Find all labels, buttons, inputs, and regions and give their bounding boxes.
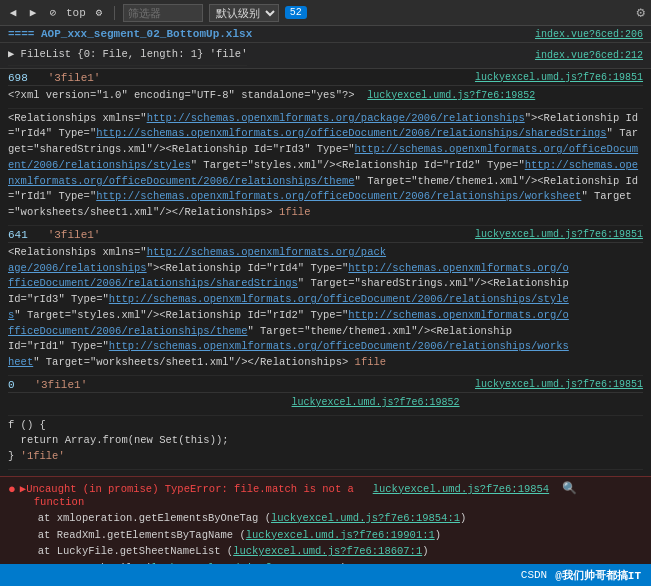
stack-link-2[interactable]: luckyexcel.umd.js?f7e6:19901:1 <box>246 529 435 541</box>
error-section: ● ▶Uncaught (in promise) TypeError: file… <box>0 476 651 564</box>
csdn-label: CSDN <box>521 569 547 581</box>
log-content-2: <Relationships xmlns="http://schemas.ope… <box>8 243 643 376</box>
file-subtext-bar: ▶ FileList {0: File, length: 1} 'file' i… <box>0 43 651 69</box>
rel2-link-1[interactable]: http://schemas.openxmlformats.org/pack <box>147 246 386 258</box>
top-label: top <box>66 7 86 19</box>
console-output: ==== AOP_xxx_segment_02_BottomUp.xlsx in… <box>0 26 651 564</box>
error-title-text: ▶Uncaught (in promise) TypeError: file.m… <box>20 481 643 496</box>
log-content-3b: f () { return Array.from(new Set(this));… <box>8 416 643 470</box>
stack-link-1[interactable]: luckyexcel.umd.js?f7e6:19854:1 <box>271 512 460 524</box>
toolbar: ◀ ▶ ⊘ top ⚙ 默认级别 52 ⚙ <box>0 0 651 26</box>
error-file-link[interactable]: luckyexcel.umd.js?f7e6:19854 <box>373 483 549 495</box>
error-stack: at xmloperation.getElementsByOneTag (luc… <box>20 508 643 564</box>
log-content-1b: <Relationships xmlns="http://schemas.ope… <box>8 109 643 226</box>
file-name: ==== AOP_xxx_segment_02_BottomUp.xlsx <box>8 28 252 40</box>
log-header-3: 0 '3file1' luckyexcel.umd.js?f7e6:19851 <box>8 376 643 393</box>
rel2-type-8[interactable]: heet <box>8 356 33 368</box>
log-file-1[interactable]: luckyexcel.umd.js?f7e6:19851 <box>475 72 643 84</box>
log-label-3: '3file1' <box>34 379 87 391</box>
log-file-1b[interactable]: luckyexcel.umd.js?f7e6:19852 <box>367 90 535 101</box>
rel-type-link-4[interactable]: http://schemas.openxmlformats.org/office… <box>96 190 581 202</box>
count-badge: 52 <box>285 6 307 19</box>
file-bar: ==== AOP_xxx_segment_02_BottomUp.xlsx in… <box>0 26 651 43</box>
rel-type-link-1[interactable]: http://schemas.openxmlformats.org/office… <box>96 127 606 139</box>
error-header: ● ▶Uncaught (in promise) TypeError: file… <box>8 481 643 564</box>
rel2-type-3[interactable]: http://schemas.openxmlformats.org/office… <box>109 293 569 305</box>
log-file-3b[interactable]: luckyexcel.umd.js?f7e6:19852 <box>292 397 460 408</box>
separator-1 <box>114 6 115 20</box>
rel2-type-5[interactable]: http://schemas.openxmlformats.org/o <box>348 309 569 321</box>
log-label-1: '3file1' <box>48 72 101 84</box>
status-bar: CSDN @我们帅哥都搞IT <box>0 564 651 586</box>
search-icon[interactable]: 🔍 <box>562 482 577 496</box>
rel2-type-4[interactable]: s <box>8 309 14 321</box>
rel2-type-7[interactable]: http://schemas.openxmlformats.org/office… <box>109 340 569 352</box>
rel-link-1[interactable]: http://schemas.openxmlformats.org/packag… <box>147 112 525 124</box>
log-file-3[interactable]: luckyexcel.umd.js?f7e6:19851 <box>475 379 643 391</box>
log-linenum-2: 641 '3file1' <box>8 229 100 241</box>
brand-label: @我们帅哥都搞IT <box>555 568 641 583</box>
block-icon[interactable]: ⊘ <box>46 6 60 20</box>
log-content-3: luckyexcel.umd.js?f7e6:19852 <box>8 393 643 416</box>
error-func-label: function <box>20 496 643 508</box>
stack-line-1: at xmloperation.getElementsByOneTag (luc… <box>38 510 643 527</box>
rel2-type-1[interactable]: http://schemas.openxmlformats.org/o <box>348 262 569 274</box>
count-3: '1file' <box>21 450 65 462</box>
count-2: 1file <box>355 356 387 368</box>
stack-line-2: at ReadXml.getElementsByTagName (luckyex… <box>38 527 643 544</box>
log-file-2[interactable]: luckyexcel.umd.js?f7e6:19851 <box>475 229 643 241</box>
log-header-2: 641 '3file1' luckyexcel.umd.js?f7e6:1985… <box>8 226 643 243</box>
back-icon[interactable]: ◀ <box>6 6 20 20</box>
log-section: 698 '3file1' luckyexcel.umd.js?f7e6:1985… <box>0 69 651 476</box>
rel2-link-2[interactable]: age/2006/relationships <box>8 262 147 274</box>
filter-input[interactable] <box>123 4 203 22</box>
log-label-2: '3file1' <box>48 229 101 241</box>
log-linenum-1: 698 '3file1' <box>8 72 100 84</box>
error-icon: ● <box>8 482 16 497</box>
gear-icon[interactable]: ⚙ <box>637 4 645 21</box>
count-1: 1file <box>279 206 311 218</box>
rel2-type-6[interactable]: fficeDocument/2006/relationships/theme <box>8 325 247 337</box>
stack-line-4: at new LuckyFile (luckyexcel.umd.js?f7e6… <box>38 560 643 564</box>
rel2-type-2[interactable]: fficeDocument/2006/relationships/sharedS… <box>8 277 298 289</box>
filelist-text: ▶ FileList {0: File, length: 1} 'file' <box>8 45 247 66</box>
log-linenum-3: 0 '3file1' <box>8 379 87 391</box>
stack-link-4[interactable]: luckyexcel.umd.js?f7e6:18567:1 <box>151 562 340 564</box>
error-content: ▶Uncaught (in promise) TypeError: file.m… <box>20 481 643 564</box>
stack-link-3[interactable]: luckyexcel.umd.js?f7e6:18607:1 <box>233 545 422 557</box>
log-header-1: 698 '3file1' luckyexcel.umd.js?f7e6:1985… <box>8 69 643 86</box>
file-link-1[interactable]: index.vue?6ced:206 <box>535 29 643 40</box>
triangle-icon: ▶ <box>20 483 26 495</box>
file-link-2[interactable]: index.vue?6ced:212 <box>535 50 643 61</box>
error-title-row: ▶Uncaught (in promise) TypeError: file.m… <box>20 481 643 496</box>
filter-icon[interactable]: ⚙ <box>92 6 106 20</box>
level-select[interactable]: 默认级别 <box>209 4 279 22</box>
log-content-1a: <?xml version="1.0" encoding="UTF-8" sta… <box>8 86 643 109</box>
stack-line-3: at LuckyFile.getSheetNameList (luckyexce… <box>38 543 643 560</box>
forward-icon[interactable]: ▶ <box>26 6 40 20</box>
